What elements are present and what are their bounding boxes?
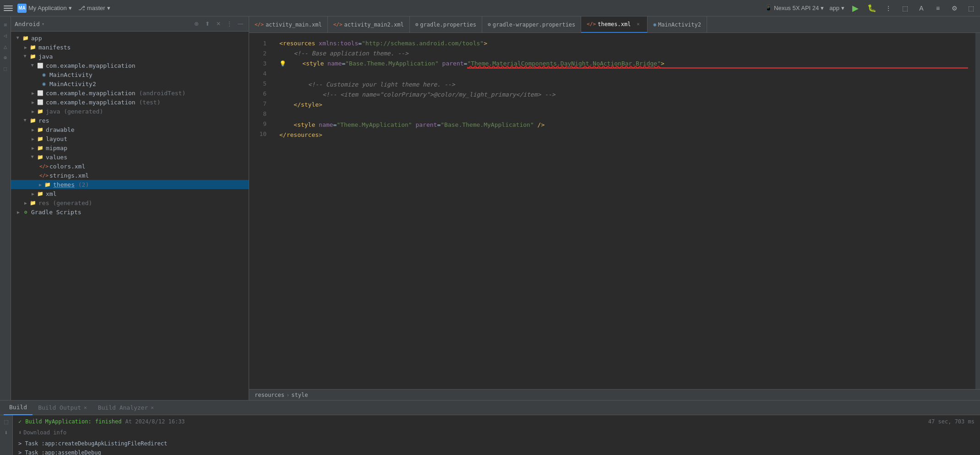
tree-label-java-gen: java (generated) — [46, 108, 103, 115]
pkg-icon-androidtest: ⬜ — [37, 89, 44, 97]
device-name-label: Nexus 5X API 24 — [774, 5, 819, 11]
xml-icon-activity-main2: </> — [333, 22, 343, 27]
bottom-tab-build-analyzer[interactable]: Build Analyzer ✕ — [93, 401, 159, 415]
breadcrumb-1: resources — [255, 392, 284, 398]
sidebar-icon-5[interactable]: ⬚ — [1, 64, 10, 73]
main-content: ≡ ◁ △ ⊕ ⬚ Android ▾ ⊕ ⬆ ✕ ⋮ — ▶ 📁 app — [0, 16, 980, 400]
tree-item-app[interactable]: ▶ 📁 app — [11, 33, 249, 43]
code-line-5: <!-- Customize your light theme here. --… — [279, 80, 968, 90]
tree-item-com-example[interactable]: ▶ ⬜ com.example.myapplication — [11, 61, 249, 70]
sidebar-icon-3[interactable]: △ — [1, 42, 10, 51]
tree-item-res-gen[interactable]: ▶ 📁 res (generated) — [11, 198, 249, 207]
tree-label-drawable: drawable — [46, 126, 75, 133]
top-bar: MA My Application ▾ ⎇ master ▾ 📱 Nexus 5… — [0, 0, 980, 16]
tree-label-res: res — [38, 117, 49, 124]
bottom-side-icon-1[interactable]: ⬚ — [2, 417, 11, 426]
settings-icon[interactable]: ⚙ — [949, 3, 960, 14]
tab-gradle-wrapper[interactable]: ⚙ gradle-wrapper.properties — [482, 16, 581, 33]
tree-item-test[interactable]: ▶ ⬜ com.example.myapplication (test) — [11, 98, 249, 107]
hamburger-menu-icon[interactable] — [4, 4, 13, 13]
java-icon-mainactivity2: ◉ — [40, 80, 48, 87]
bottom-tab-build-analyzer-label: Build Analyzer — [98, 404, 148, 411]
tree-item-androidtest[interactable]: ▶ ⬜ com.example.myapplication (androidTe… — [11, 88, 249, 98]
pkg-icon-com-example: ⬜ — [37, 62, 44, 69]
device-manager-icon[interactable]: ⬚ — [899, 3, 910, 14]
sidebar-icon-1[interactable]: ≡ — [1, 20, 10, 29]
panel-header-actions: ⊕ ⬆ ✕ ⋮ — — [192, 19, 245, 28]
tree-item-mainactivity2[interactable]: ◉ MainActivity2 — [11, 79, 249, 88]
tree-item-mainactivity[interactable]: ◉ MainActivity — [11, 70, 249, 79]
debug-button[interactable]: 🐛 — [866, 3, 877, 14]
code-editor[interactable]: <resources xmlns:tools = "http://schemas… — [272, 33, 975, 389]
tree-label-manifests: manifests — [38, 44, 71, 51]
build-success-check-icon: ✓ — [18, 417, 22, 426]
bottom-side-icon-2[interactable]: ⬇ — [2, 428, 11, 437]
bottom-tab-build[interactable]: Build — [4, 401, 33, 415]
xml-icon-strings: </> — [40, 172, 48, 179]
tree-item-strings-xml[interactable]: </> strings.xml — [11, 171, 249, 180]
branch-chevron-icon: ▾ — [107, 5, 110, 11]
tab-mainactivity2[interactable]: ◉ MainActivity2 — [648, 16, 707, 33]
editor-area: </> activity_main.xml </> activity_main2… — [249, 16, 980, 400]
app-name-button[interactable]: MA My Application ▾ — [16, 3, 74, 14]
tree-item-res[interactable]: ▶ 📁 res — [11, 116, 249, 125]
tree-item-java[interactable]: ▶ 📁 java — [11, 52, 249, 61]
panel-action-minimize[interactable]: — — [236, 19, 245, 28]
build-task-rows: > Task :app:createDebugApkListingFileRed… — [18, 437, 975, 455]
file-tree-panel: Android ▾ ⊕ ⬆ ✕ ⋮ — ▶ 📁 app ▶ 📁 — [11, 16, 249, 400]
tab-close-themes[interactable]: ✕ — [634, 21, 642, 28]
folder-icon-manifests: 📁 — [29, 43, 37, 51]
bottom-tab-build-output[interactable]: Build Output ✕ — [33, 401, 93, 415]
panel-action-more[interactable]: ⋮ — [225, 19, 234, 28]
tree-item-manifests[interactable]: ▶ 📁 manifests — [11, 43, 249, 52]
tabs-bar: </> activity_main.xml </> activity_main2… — [249, 16, 980, 33]
sdk-manager-icon[interactable]: A — [916, 3, 927, 14]
tree-item-gradle-scripts[interactable]: ▶ ⚙ Gradle Scripts — [11, 207, 249, 217]
panel-action-sync[interactable]: ⊕ — [192, 19, 201, 28]
top-bar-left: MA My Application ▾ ⎇ master ▾ — [4, 3, 112, 14]
module-selector-button[interactable]: app ▾ — [829, 5, 844, 11]
tree-item-java-gen[interactable]: ▶ 📁 java (generated) — [11, 107, 249, 116]
tree-item-mipmap[interactable]: ▶ 📁 mipmap — [11, 143, 249, 152]
sidebar-icon-2[interactable]: ◁ — [1, 31, 10, 40]
layout-icon[interactable]: ⬚ — [965, 3, 976, 14]
pkg-icon-test: ⬜ — [37, 98, 44, 106]
tree-arrow-drawable: ▶ — [29, 126, 37, 133]
tree-item-colors-xml[interactable]: </> colors.xml — [11, 162, 249, 171]
tree-item-layout[interactable]: ▶ 📁 layout — [11, 134, 249, 143]
sidebar-icon-4[interactable]: ⊕ — [1, 53, 10, 62]
tree-label-mainactivity: MainActivity — [49, 71, 93, 78]
tree-label-colors-xml: colors.xml — [49, 163, 85, 170]
tree-item-xml[interactable]: ▶ 📁 xml — [11, 189, 249, 198]
tree-item-themes[interactable]: ▶ 📁 themes (2) — [11, 180, 249, 189]
tree-item-values[interactable]: ▶ 📁 values — [11, 152, 249, 162]
tree-item-drawable[interactable]: ▶ 📁 drawable — [11, 125, 249, 134]
run-button[interactable]: ▶ — [850, 3, 861, 14]
panel-action-close[interactable]: ✕ — [214, 19, 223, 28]
tree-arrow-java-gen: ▶ — [29, 108, 37, 115]
code-line-1: <resources xmlns:tools = "http://schemas… — [279, 38, 968, 49]
folder-icon-res-gen: 📁 — [29, 199, 37, 206]
more-button[interactable]: ⋮ — [883, 3, 894, 14]
tab-label-activity-main: activity_main.xml — [266, 22, 322, 28]
xml-icon-themes: </> — [587, 21, 596, 27]
tab-themes-xml[interactable]: </> themes.xml ✕ — [581, 16, 648, 33]
bottom-tab-build-output-label: Build Output — [38, 404, 81, 411]
tab-activity-main2[interactable]: </> activity_main2.xml — [328, 16, 410, 33]
branch-button[interactable]: ⎇ master ▾ — [76, 4, 112, 12]
status-bar: resources › style — [249, 389, 980, 400]
bottom-tab-build-output-close[interactable]: ✕ — [84, 405, 87, 411]
panel-action-up[interactable]: ⬆ — [203, 19, 212, 28]
tree-arrow-java: ▶ — [22, 53, 29, 60]
code-line-8 — [279, 110, 968, 120]
editor-scrollbar[interactable] — [975, 33, 980, 389]
avd-manager-icon[interactable]: ≡ — [932, 3, 943, 14]
tab-gradle-properties[interactable]: ⚙ gradle.properties — [410, 16, 482, 33]
tree-arrow-gradle: ▶ — [15, 208, 22, 216]
tab-activity-main[interactable]: </> activity_main.xml — [249, 16, 328, 33]
device-selector-button[interactable]: 📱 Nexus 5X API 24 ▾ — [765, 5, 824, 11]
app-name-label: My Application — [28, 5, 67, 11]
tree-label-test: com.example.myapplication (test) — [46, 99, 160, 106]
bottom-tab-build-analyzer-close[interactable]: ✕ — [151, 405, 154, 411]
folder-icon-mipmap: 📁 — [37, 144, 44, 152]
